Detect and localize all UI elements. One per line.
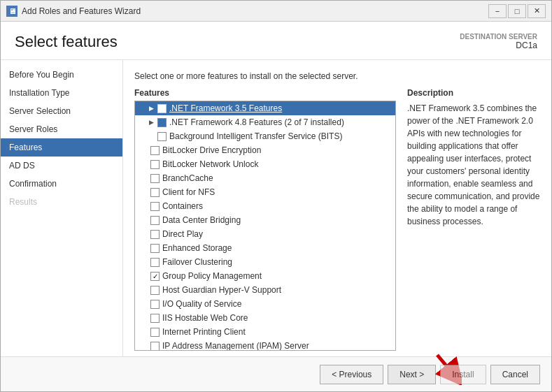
checkbox-branchcache[interactable] xyxy=(150,174,160,183)
window-controls: − □ ✕ xyxy=(488,4,546,18)
destination-info: DESTINATION SERVER DC1a xyxy=(460,33,537,50)
main-content: Before You BeginInstallation TypeServer … xyxy=(1,60,551,356)
features-list: ▶.NET Framework 3.5 Features▶.NET Framew… xyxy=(135,101,395,351)
feature-name-label: BranchCache xyxy=(162,173,392,183)
minimize-button[interactable]: − xyxy=(488,4,507,18)
sidebar-item-ad-ds[interactable]: AD DS xyxy=(1,157,122,175)
feature-item-host-guardian[interactable]: ▶Host Guardian Hyper-V Support xyxy=(135,283,395,297)
feature-item-iis-hostable[interactable]: ▶IIS Hostable Web Core xyxy=(135,311,395,325)
feature-item-net35[interactable]: ▶.NET Framework 3.5 Features xyxy=(135,101,395,115)
checkbox-group-policy[interactable]: ✓ xyxy=(150,272,160,281)
two-col-layout: Features ▶.NET Framework 3.5 Features▶.N… xyxy=(134,88,540,351)
checkbox-bitlocker[interactable] xyxy=(150,146,160,155)
features-list-container[interactable]: ▶.NET Framework 3.5 Features▶.NET Framew… xyxy=(134,101,396,351)
description-label: Description xyxy=(407,88,540,98)
feature-name-label: Containers xyxy=(162,201,392,211)
feature-name-label: BitLocker Network Unlock xyxy=(162,159,392,169)
feature-name-label: Failover Clustering xyxy=(162,257,392,267)
checkbox-failover-clustering[interactable] xyxy=(150,258,160,267)
feature-item-iio-qos[interactable]: ▶I/O Quality of Service xyxy=(135,297,395,311)
expand-icon[interactable]: ▶ xyxy=(146,117,156,127)
cancel-button[interactable]: Cancel xyxy=(490,365,540,384)
features-panel: Features ▶.NET Framework 3.5 Features▶.N… xyxy=(134,88,396,351)
feature-name-label: IP Address Management (IPAM) Server xyxy=(162,341,392,351)
sidebar-item-server-selection[interactable]: Server Selection xyxy=(1,102,122,120)
checkbox-net35[interactable] xyxy=(157,104,167,113)
feature-item-dcb[interactable]: ▶Data Center Bridging xyxy=(135,213,395,227)
feature-name-label: BitLocker Drive Encryption xyxy=(162,145,392,155)
checkbox-containers[interactable] xyxy=(150,202,160,211)
feature-name-label: Data Center Bridging xyxy=(162,215,392,225)
feature-name-label: Enhanced Storage xyxy=(162,243,392,253)
destination-label: DESTINATION SERVER xyxy=(460,33,537,41)
checkbox-bitlocker-unlock[interactable] xyxy=(150,160,160,169)
feature-item-bitlocker-unlock[interactable]: ▶BitLocker Network Unlock xyxy=(135,157,395,171)
close-button[interactable]: ✕ xyxy=(528,4,546,18)
checkbox-net48[interactable] xyxy=(157,118,167,127)
checkbox-iio-qos[interactable] xyxy=(150,300,160,309)
footer: < Previous Next > Install Cancel xyxy=(1,356,551,391)
sidebar-item-installation-type[interactable]: Installation Type xyxy=(1,84,122,102)
feature-name-label: IIS Hostable Web Core xyxy=(162,313,392,323)
feature-item-direct-play[interactable]: ▶Direct Play xyxy=(135,227,395,241)
feature-item-bits[interactable]: ▶Background Intelligent Transfer Service… xyxy=(135,129,395,143)
description-text: .NET Framework 3.5 combines the power of… xyxy=(407,102,540,228)
destination-server: DC1a xyxy=(460,41,537,50)
feature-item-ipam[interactable]: ▶IP Address Management (IPAM) Server xyxy=(135,339,395,351)
checkbox-dcb[interactable] xyxy=(150,216,160,225)
page-header: Select features DESTINATION SERVER DC1a xyxy=(1,22,551,60)
feature-name-label: Internet Printing Client xyxy=(162,327,392,337)
install-button[interactable]: Install xyxy=(440,365,486,384)
feature-item-branchcache[interactable]: ▶BranchCache xyxy=(135,171,395,185)
feature-name-label: Client for NFS xyxy=(162,187,392,197)
expand-icon[interactable]: ▶ xyxy=(146,103,156,113)
feature-item-group-policy[interactable]: ▶✓Group Policy Management xyxy=(135,269,395,283)
page-title: Select features xyxy=(15,33,118,51)
features-label: Features xyxy=(134,88,396,98)
titlebar: 🖥 Add Roles and Features Wizard − □ ✕ xyxy=(1,1,551,22)
sidebar-item-results: Results xyxy=(1,193,122,211)
wizard-window: 🖥 Add Roles and Features Wizard − □ ✕ Se… xyxy=(0,0,552,392)
checkbox-bits[interactable] xyxy=(157,132,167,141)
feature-item-client-nfs[interactable]: ▶Client for NFS xyxy=(135,185,395,199)
previous-button[interactable]: < Previous xyxy=(320,365,383,384)
feature-name-label: Background Intelligent Transfer Service … xyxy=(169,131,392,141)
feature-name-label: .NET Framework 4.8 Features (2 of 7 inst… xyxy=(169,117,392,127)
feature-item-failover-clustering[interactable]: ▶Failover Clustering xyxy=(135,255,395,269)
feature-name-label: Group Policy Management xyxy=(162,271,392,281)
sidebar-item-features[interactable]: Features xyxy=(1,138,122,157)
sidebar: Before You BeginInstallation TypeServer … xyxy=(1,60,123,356)
feature-item-enhanced-storage[interactable]: ▶Enhanced Storage xyxy=(135,241,395,255)
feature-name-label: Direct Play xyxy=(162,229,392,239)
sidebar-item-confirmation[interactable]: Confirmation xyxy=(1,175,122,193)
sidebar-item-server-roles[interactable]: Server Roles xyxy=(1,120,122,138)
feature-item-net48[interactable]: ▶.NET Framework 4.8 Features (2 of 7 ins… xyxy=(135,115,395,129)
feature-name-label: .NET Framework 3.5 Features xyxy=(169,103,392,113)
body-description: Select one or more features to install o… xyxy=(134,71,540,81)
checkbox-host-guardian[interactable] xyxy=(150,286,160,295)
window-title: Add Roles and Features Wizard xyxy=(22,6,488,16)
checkbox-client-nfs[interactable] xyxy=(150,188,160,197)
description-panel: Description .NET Framework 3.5 combines … xyxy=(407,88,540,351)
checkbox-enhanced-storage[interactable] xyxy=(150,244,160,253)
feature-item-containers[interactable]: ▶Containers xyxy=(135,199,395,213)
feature-name-label: I/O Quality of Service xyxy=(162,299,392,309)
sidebar-item-before-you-begin[interactable]: Before You Begin xyxy=(1,66,122,84)
checkbox-iis-hostable[interactable] xyxy=(150,314,160,323)
checkbox-direct-play[interactable] xyxy=(150,230,160,239)
feature-item-bitlocker[interactable]: ▶BitLocker Drive Encryption xyxy=(135,143,395,157)
checkbox-internet-printing[interactable] xyxy=(150,328,160,337)
app-icon: 🖥 xyxy=(6,6,17,17)
maximize-button[interactable]: □ xyxy=(508,4,526,18)
next-button[interactable]: Next > xyxy=(388,365,436,384)
body-area: Select one or more features to install o… xyxy=(123,60,551,356)
feature-item-internet-printing[interactable]: ▶Internet Printing Client xyxy=(135,325,395,339)
checkbox-ipam[interactable] xyxy=(150,342,160,351)
feature-name-label: Host Guardian Hyper-V Support xyxy=(162,285,392,295)
